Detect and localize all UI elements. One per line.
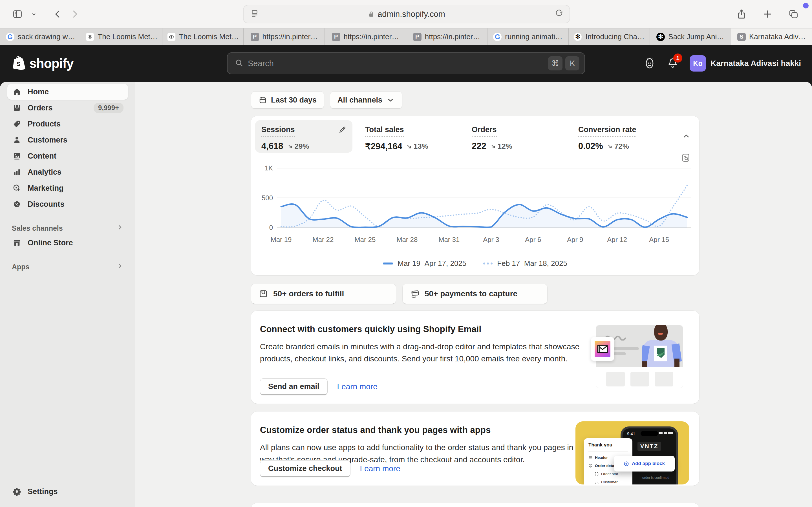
sidebar-item-online-store[interactable]: Online Store bbox=[7, 235, 128, 251]
email-illustration bbox=[596, 325, 683, 388]
sidebar-section-sales-channels[interactable]: Sales channels bbox=[7, 224, 128, 233]
tab-karnataka-active[interactable]: SKarnataka Adiv… bbox=[731, 29, 812, 45]
notifications-bell-icon[interactable]: 1 bbox=[667, 57, 678, 70]
svg-text:Mar 31: Mar 31 bbox=[439, 236, 460, 243]
filter-bar: Last 30 days All channels bbox=[251, 91, 812, 109]
reader-mode-icon[interactable] bbox=[250, 9, 259, 19]
fulfillment-box-icon bbox=[259, 289, 268, 298]
legend-previous-period: Feb 17–Mar 18, 2025 bbox=[483, 259, 567, 268]
payments-to-capture-button[interactable]: 50+ payments to capture bbox=[402, 284, 548, 304]
shopify-bag-icon: S bbox=[12, 55, 27, 71]
sidebar-item-settings[interactable]: Settings bbox=[7, 484, 128, 499]
tab-overview-icon[interactable] bbox=[787, 8, 800, 20]
bar-chart-icon bbox=[12, 167, 22, 177]
phone-status-icons bbox=[659, 432, 673, 434]
svg-text:Apr 3: Apr 3 bbox=[483, 236, 499, 243]
inspect-chart-icon[interactable] bbox=[680, 153, 691, 164]
tab-sack-jump[interactable]: ✻Sack Jump Ani… bbox=[650, 29, 731, 45]
share-icon[interactable] bbox=[735, 8, 748, 20]
orders-icon bbox=[12, 103, 22, 113]
trend-down-icon bbox=[607, 143, 613, 149]
sessions-line-chart[interactable]: 05001KMar 19Mar 22Mar 25Mar 28Mar 31Apr … bbox=[257, 163, 694, 247]
sidebar-item-marketing[interactable]: Marketing bbox=[7, 180, 128, 196]
chevron-down-icon bbox=[386, 96, 395, 104]
metric-total-sales[interactable]: Total sales ₹294,164 13% bbox=[365, 120, 472, 153]
person-illustration bbox=[642, 325, 682, 367]
reload-icon[interactable] bbox=[555, 9, 563, 19]
phone-brand-logo: VNTZ bbox=[638, 442, 661, 451]
sidebar-item-products[interactable]: Products bbox=[7, 116, 128, 132]
tab-sack-drawing[interactable]: Gsack drawing w… bbox=[0, 29, 81, 45]
openai-icon: ✻ bbox=[573, 33, 582, 41]
tab-chatgpt[interactable]: ✻Introducing Cha… bbox=[569, 29, 650, 45]
payment-capture-icon bbox=[410, 289, 419, 298]
openai-icon: ✻ bbox=[656, 33, 665, 41]
email-learn-more-link[interactable]: Learn more bbox=[337, 382, 377, 391]
s-badge-icon: S bbox=[737, 33, 746, 41]
new-tab-icon[interactable] bbox=[761, 8, 774, 20]
storefront-icon bbox=[12, 238, 22, 248]
sidebar-item-customers[interactable]: Customers bbox=[7, 132, 128, 148]
sidebar-section-apps[interactable]: Apps bbox=[7, 262, 128, 271]
svg-text:Apr 12: Apr 12 bbox=[607, 236, 627, 243]
account-menu[interactable]: Ko Karnataka Adivasi hakki … bbox=[690, 55, 801, 71]
tab-loomis-2[interactable]: The Loomis Met… bbox=[162, 29, 244, 45]
channel-filter-button[interactable]: All channels bbox=[330, 91, 402, 109]
orders-to-fulfill-button[interactable]: 50+ orders to fulfill bbox=[251, 284, 396, 304]
tab-pinterest-1[interactable]: Phttps://in.pinter… bbox=[244, 29, 325, 45]
svg-text:Apr 6: Apr 6 bbox=[525, 236, 541, 243]
shopify-logo[interactable]: S shopify bbox=[12, 55, 73, 71]
svg-text:Mar 22: Mar 22 bbox=[313, 236, 334, 243]
svg-text:Apr 9: Apr 9 bbox=[567, 236, 583, 243]
email-gradient-badge bbox=[591, 337, 614, 361]
sidekick-assistant-icon[interactable] bbox=[644, 56, 656, 71]
tab-running-animation[interactable]: Grunning animati… bbox=[488, 29, 569, 45]
svg-text:Mar 19: Mar 19 bbox=[271, 236, 292, 243]
sidebar-item-home[interactable]: Home bbox=[7, 84, 128, 100]
main-content: Last 30 days All channels Sessions bbox=[135, 82, 812, 507]
sidebar-item-orders[interactable]: Orders 9,999+ bbox=[7, 100, 128, 116]
svg-text:Mar 25: Mar 25 bbox=[355, 236, 376, 243]
svg-text:Mar 28: Mar 28 bbox=[397, 236, 418, 243]
tab-loomis-1[interactable]: The Loomis Met… bbox=[81, 29, 162, 45]
sidebar-toggle-icon[interactable] bbox=[11, 8, 24, 20]
status-dot bbox=[803, 3, 809, 8]
checkout-learn-more-link[interactable]: Learn more bbox=[360, 464, 400, 473]
back-button[interactable] bbox=[52, 8, 64, 20]
url-text: admin.shopify.com bbox=[377, 10, 445, 19]
store-name: Karnataka Adivasi hakki … bbox=[711, 59, 801, 68]
sidebar-menu-chevron-icon[interactable] bbox=[28, 8, 40, 20]
image-icon bbox=[12, 151, 22, 161]
metric-orders[interactable]: Orders 222 12% bbox=[472, 120, 578, 153]
svg-text:0: 0 bbox=[269, 224, 273, 231]
send-email-button[interactable]: Send an email bbox=[260, 378, 327, 395]
search-placeholder: Search bbox=[248, 59, 548, 68]
trend-down-icon bbox=[406, 144, 412, 150]
metric-sessions[interactable]: Sessions 4,618 29% bbox=[255, 120, 352, 153]
target-cursor-icon bbox=[12, 183, 22, 193]
tab-pinterest-3[interactable]: Phttps://in.pinter… bbox=[406, 29, 487, 45]
date-range-button[interactable]: Last 30 days bbox=[251, 91, 324, 109]
eye-icon bbox=[86, 33, 94, 41]
google-icon: G bbox=[493, 33, 502, 41]
address-bar[interactable]: admin.shopify.com bbox=[243, 5, 570, 23]
chevron-right-icon bbox=[116, 262, 123, 271]
sidebar-item-analytics[interactable]: Analytics bbox=[7, 164, 128, 180]
safari-window: admin.shopify.com Gsack drawing w… The L… bbox=[0, 0, 812, 507]
chart-legend: Mar 19–Apr 17, 2025 Feb 17–Mar 18, 2025 bbox=[251, 259, 699, 268]
search-input[interactable]: Search ⌘ K bbox=[227, 52, 585, 74]
p-badge-icon: P bbox=[332, 33, 340, 41]
metric-conversion-rate[interactable]: Conversion rate 0.02% 72% bbox=[578, 120, 685, 153]
home-icon bbox=[12, 87, 22, 97]
collapse-chart-icon[interactable] bbox=[682, 131, 691, 142]
cmd-keycap: ⌘ bbox=[548, 56, 562, 70]
overview-card: Sessions 4,618 29% Total sales ₹294,164 bbox=[251, 116, 699, 275]
dotted-line-swatch bbox=[483, 263, 493, 265]
sidebar-item-discounts[interactable]: Discounts bbox=[7, 196, 128, 212]
customize-checkout-button[interactable]: Customize checkout bbox=[260, 460, 350, 477]
sidebar-item-content[interactable]: Content bbox=[7, 148, 128, 164]
tab-pinterest-2[interactable]: Phttps://in.pinter… bbox=[325, 29, 406, 45]
tag-icon bbox=[12, 119, 22, 129]
admin-frame: Home Orders 9,999+ Products Customers Co… bbox=[0, 82, 812, 507]
edit-metrics-icon[interactable] bbox=[338, 125, 347, 135]
